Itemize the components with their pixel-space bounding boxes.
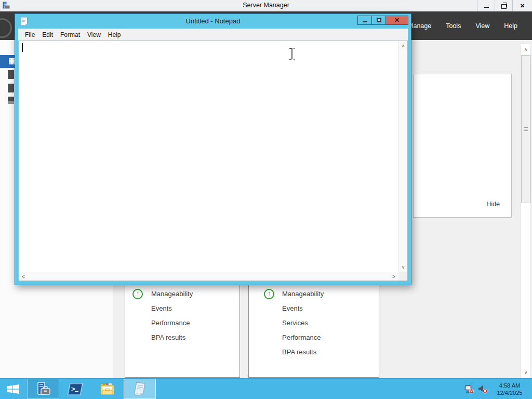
tile-row: Services xyxy=(249,316,379,330)
menu-view[interactable]: View xyxy=(475,22,489,30)
np-close-button[interactable]: ✕ xyxy=(385,16,408,25)
menu-help[interactable]: Help xyxy=(104,31,125,38)
hide-button[interactable]: Hide xyxy=(486,201,500,208)
clock-date: 12/4/2025 xyxy=(491,389,528,396)
tile-row: ↑ Manageability xyxy=(249,287,379,301)
tile-link-bpa-results[interactable]: BPA results xyxy=(282,348,316,356)
text-caret xyxy=(22,43,23,52)
np-maximize-button[interactable] xyxy=(371,16,386,25)
close-icon: ✕ xyxy=(394,17,400,23)
close-icon: ✕ xyxy=(520,3,525,9)
scroll-up-icon[interactable]: ∧ xyxy=(399,42,407,50)
powershell-icon: > xyxy=(68,382,83,396)
desktop: Server Manager ✕ Manage Tools View Help xyxy=(0,0,532,399)
up-arrow-circle-icon: ↑ xyxy=(132,289,143,299)
sm-close-button[interactable]: ✕ xyxy=(512,0,532,11)
up-arrow-circle-icon: ↑ xyxy=(264,289,274,299)
restore-icon xyxy=(501,4,507,9)
tile-link-manageability[interactable]: Manageability xyxy=(151,290,193,298)
minimize-icon xyxy=(363,21,367,22)
taskbar-powershell-button[interactable]: > xyxy=(59,379,91,399)
volume-muted-icon[interactable] xyxy=(478,384,488,394)
taskbar: > xyxy=(0,378,532,399)
tile-link-events[interactable]: Events xyxy=(282,304,303,312)
nav-item-icon[interactable] xyxy=(8,97,14,104)
nav-item-icon[interactable] xyxy=(8,70,14,79)
windows-logo-icon xyxy=(7,384,20,394)
notepad-window-controls: ✕ xyxy=(358,16,408,25)
start-button[interactable] xyxy=(0,379,27,399)
network-disconnected-icon[interactable] xyxy=(464,384,474,394)
np-minimize-button[interactable] xyxy=(357,16,372,25)
notepad-window: Untitled - Notepad ✕ File Edit Format Vi… xyxy=(15,14,411,285)
notepad-menubar: File Edit Format View Help xyxy=(18,29,408,41)
menu-help[interactable]: Help xyxy=(504,22,517,30)
tile-link-bpa-results[interactable]: BPA results xyxy=(151,334,185,341)
scroll-down-icon[interactable]: ∨ xyxy=(521,367,530,378)
dashboard-scrollbar[interactable]: ∧ ∨ xyxy=(521,44,531,378)
tile-link-services[interactable]: Services xyxy=(282,319,308,327)
maximize-icon xyxy=(377,18,381,22)
taskbar-file-explorer-button[interactable] xyxy=(91,379,124,399)
notepad-title: Untitled - Notepad xyxy=(15,17,411,25)
notepad-horizontal-scrollbar[interactable]: < > xyxy=(19,272,398,281)
mouse-cursor-ibeam xyxy=(289,48,295,60)
notepad-taskbar-icon xyxy=(132,382,147,396)
tile-row: Events xyxy=(125,301,240,316)
taskbar-server-manager-button[interactable] xyxy=(27,379,59,399)
taskbar-clock[interactable]: 4:58 AM 12/4/2025 xyxy=(491,382,528,396)
menu-tools[interactable]: Tools xyxy=(446,22,461,30)
scroll-down-icon[interactable]: ∨ xyxy=(399,263,407,271)
scroll-right-icon[interactable]: > xyxy=(390,272,398,281)
menu-view[interactable]: View xyxy=(84,31,104,38)
scrollbar-thumb[interactable] xyxy=(521,55,530,203)
sm-minimize-button[interactable] xyxy=(477,0,495,11)
server-manager-taskbar-icon xyxy=(35,382,51,396)
scroll-up-icon[interactable]: ∧ xyxy=(521,44,530,55)
tile-row: Events xyxy=(249,301,379,316)
taskbar-notepad-button[interactable] xyxy=(124,379,156,399)
notepad-vertical-scrollbar[interactable]: ∧ ∨ xyxy=(398,41,407,272)
tile-row: Performance xyxy=(249,330,379,345)
minimize-icon xyxy=(484,7,489,8)
clock-time: 4:58 AM xyxy=(491,382,528,389)
taskbar-empty-area xyxy=(156,379,464,399)
tile-link-manageability[interactable]: Manageability xyxy=(282,290,324,298)
notepad-client-area: ∧ ∨ < > xyxy=(18,41,408,281)
server-manager-titlebar: Server Manager ✕ xyxy=(0,0,532,11)
notepad-titlebar[interactable]: Untitled - Notepad ✕ xyxy=(15,14,411,29)
tile-link-performance[interactable]: Performance xyxy=(151,319,190,327)
dashboard-detail-panel: Hide xyxy=(413,74,512,218)
tile-row: BPA results xyxy=(249,345,379,360)
scroll-left-icon[interactable]: < xyxy=(19,272,28,281)
tile-link-performance[interactable]: Performance xyxy=(282,334,321,341)
svg-text:>: > xyxy=(71,385,75,393)
resize-grip[interactable] xyxy=(398,272,407,281)
tile-row: BPA results xyxy=(125,330,240,345)
tile-row: Performance xyxy=(125,316,240,330)
file-explorer-icon xyxy=(100,382,115,396)
back-button[interactable] xyxy=(0,18,12,38)
menu-file[interactable]: File xyxy=(21,31,38,38)
notepad-text-area[interactable] xyxy=(19,41,398,272)
menu-edit[interactable]: Edit xyxy=(38,31,57,38)
server-manager-window-controls: ✕ xyxy=(477,0,532,11)
menu-format[interactable]: Format xyxy=(57,31,84,38)
tile-link-events[interactable]: Events xyxy=(151,304,172,312)
server-manager-menu: Manage Tools View Help xyxy=(408,11,517,40)
sm-restore-button[interactable] xyxy=(495,0,512,11)
system-tray: 4:58 AM 12/4/2025 xyxy=(464,379,532,399)
server-manager-title: Server Manager xyxy=(0,2,532,9)
tile-row: ↑ Manageability xyxy=(125,287,240,301)
nav-item-icon[interactable] xyxy=(8,84,14,92)
